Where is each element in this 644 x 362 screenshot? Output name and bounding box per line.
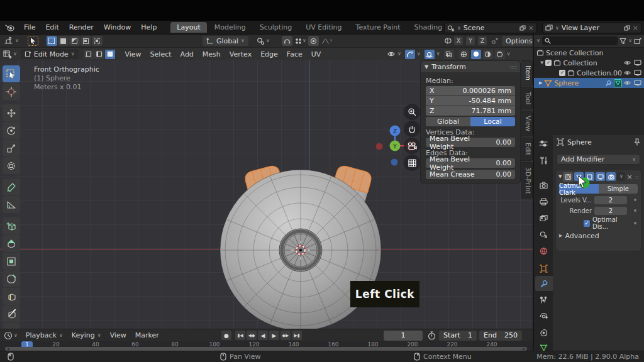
median-x-field[interactable]: X 0.000026 mm xyxy=(426,86,515,96)
toggle-orthographic-button[interactable] xyxy=(404,155,420,171)
overlays-toggle[interactable] xyxy=(425,50,435,59)
snap-magnet-toggle[interactable] xyxy=(282,36,292,46)
visibility-chevron-icon[interactable]: ∨ xyxy=(397,52,401,57)
auto-keying-stopwatch-icon[interactable] xyxy=(428,331,436,340)
mode-dropdown[interactable]: Edit Mode ∨ xyxy=(21,49,79,59)
advanced-row[interactable]: ▶ Advanced xyxy=(559,231,638,241)
tab-view-layer-properties[interactable] xyxy=(534,211,553,226)
proportional-editing-toggle[interactable] xyxy=(308,36,319,46)
optimal-display-checkbox[interactable]: ✓ xyxy=(584,220,590,227)
tool-loop-cut[interactable] xyxy=(3,288,20,305)
camera-view-button[interactable] xyxy=(404,138,420,154)
drag-dots-icon[interactable]: :: xyxy=(635,173,638,181)
tab-view[interactable]: View xyxy=(521,111,533,136)
decorator-dot[interactable] xyxy=(634,209,636,212)
select-mode-extend-button[interactable] xyxy=(58,36,69,46)
timeline-ruler[interactable]: 20 40 60 80 100 120 140 160 180 200 220 … xyxy=(0,341,533,351)
menu-view[interactable]: View xyxy=(121,50,146,58)
edge-bevel-weight-field[interactable]: Mean Bevel Weight 0.00 xyxy=(426,158,515,168)
editor-type-dropdown[interactable]: ∨ xyxy=(3,50,17,58)
display-mode-chevron-icon[interactable]: ∨ xyxy=(536,38,540,43)
menu-render[interactable]: Render xyxy=(64,23,99,31)
hide-eye-icon[interactable] xyxy=(624,80,632,86)
new-collection-icon[interactable] xyxy=(634,38,641,45)
simple-button[interactable]: Simple xyxy=(599,184,638,194)
decorator-dot[interactable] xyxy=(634,199,636,201)
gizmos-chevron-icon[interactable]: ∨ xyxy=(417,52,421,57)
xray-toggle[interactable] xyxy=(444,50,454,59)
mirror-x-button[interactable]: X xyxy=(454,36,463,45)
select-mode-new-button[interactable] xyxy=(47,36,57,46)
tab-edit[interactable]: Edit xyxy=(521,138,533,160)
menu-select[interactable]: Select xyxy=(146,50,176,58)
tab-particle-properties[interactable] xyxy=(534,292,553,307)
overlays-chevron-icon[interactable]: ∨ xyxy=(436,52,440,57)
tab-tool[interactable]: Tool xyxy=(521,87,533,109)
transform-panel-header[interactable]: ▼ Transform :::: xyxy=(421,61,520,72)
workspace-tab-shading[interactable]: Shading xyxy=(408,22,449,33)
tab-3d-print[interactable]: 3D-Print xyxy=(521,162,533,199)
pin-icon[interactable] xyxy=(634,138,640,146)
menu-edit[interactable]: Edit xyxy=(40,23,64,31)
outliner-row-sphere[interactable]: ▶ Sphere xyxy=(534,78,644,88)
extras-chevron-icon[interactable]: ∨ xyxy=(617,172,625,181)
tool-inset-faces[interactable] xyxy=(3,253,20,270)
hide-eye-icon[interactable] xyxy=(624,60,632,66)
play-button[interactable]: ▶ xyxy=(269,331,279,340)
median-y-field[interactable]: Y -50.484 mm xyxy=(426,96,515,106)
tool-transform[interactable] xyxy=(3,157,20,174)
unlink-icon[interactable]: × xyxy=(528,24,534,32)
active-tool-select-icon[interactable] xyxy=(28,36,38,46)
workspace-tab-modeling[interactable]: Modeling xyxy=(208,22,252,33)
current-frame-field[interactable]: 1 xyxy=(384,331,423,341)
tool-bevel[interactable] xyxy=(3,270,20,287)
tool-knife[interactable] xyxy=(3,305,20,322)
levels-viewport-field[interactable]: 2 xyxy=(594,196,627,204)
tool-select-box[interactable] xyxy=(3,65,20,82)
remove-icon[interactable]: × xyxy=(633,24,638,32)
workspace-tab-uv-editing[interactable]: UV Editing xyxy=(299,22,348,33)
shading-material-button[interactable] xyxy=(483,50,493,59)
zoom-view-button[interactable] xyxy=(404,104,420,120)
snap-to-dropdown[interactable]: ∨ xyxy=(295,38,306,45)
collection-checkbox[interactable]: ✓ xyxy=(545,60,552,66)
filter-icon[interactable] xyxy=(619,38,626,45)
outliner-row-collection-00[interactable]: ✓ Collection.00 xyxy=(534,68,644,78)
filter-chevron-icon[interactable]: ∨ xyxy=(628,38,632,43)
add-modifier-dropdown[interactable]: Add Modifier ∨ xyxy=(557,154,640,165)
select-mode-intersect-button[interactable] xyxy=(92,36,103,46)
disable-viewport-icon[interactable] xyxy=(634,80,641,86)
copy-icon[interactable] xyxy=(624,25,630,31)
start-frame-field[interactable]: Start 1 xyxy=(439,331,477,341)
menu-file[interactable]: File xyxy=(19,23,40,31)
collapse-triangle-icon[interactable]: ▼ xyxy=(558,174,562,179)
decorator-dot[interactable] xyxy=(634,222,636,224)
outliner-row-scene-collection[interactable]: Scene Collection xyxy=(534,48,644,58)
tool-rotate[interactable] xyxy=(3,122,20,139)
disclosure-triangle-icon[interactable]: ▼ xyxy=(540,60,543,65)
subsurf-modifier-icon[interactable] xyxy=(614,79,622,87)
menu-vertex[interactable]: Vertex xyxy=(225,50,256,58)
menu-keying[interactable]: Keying∨ xyxy=(67,331,106,339)
tool-measure[interactable] xyxy=(3,196,20,213)
disclosure-triangle-icon[interactable]: ▶ xyxy=(539,80,542,85)
view-layer-selector[interactable]: ∨ View Layer × xyxy=(542,23,641,33)
record-button[interactable]: ● xyxy=(221,331,231,340)
face-select-button[interactable] xyxy=(105,50,115,59)
workspace-tab-sculpting[interactable]: Sculpting xyxy=(253,22,298,33)
menu-marker[interactable]: Marker xyxy=(131,331,164,339)
menu-playback[interactable]: Playback∨ xyxy=(21,331,67,339)
tool-extrude-region[interactable] xyxy=(3,235,20,252)
tool-scale[interactable] xyxy=(3,140,20,156)
mean-crease-field[interactable]: Mean Crease 0.00 xyxy=(426,170,515,179)
local-button[interactable]: Local xyxy=(470,117,515,126)
workspace-tab-texture-paint[interactable]: Texture Paint xyxy=(350,22,407,33)
tab-item[interactable]: Item xyxy=(521,60,533,85)
shading-rendered-button[interactable] xyxy=(495,50,505,59)
tab-tool-properties[interactable] xyxy=(534,153,553,168)
timeline-editor-type-dropdown[interactable]: ∨ xyxy=(4,331,18,340)
edge-select-button[interactable] xyxy=(94,50,104,59)
fallback-tool-dropdown[interactable]: ∨ xyxy=(4,36,19,45)
menu-uv[interactable]: UV xyxy=(307,50,326,58)
shading-solid-button[interactable] xyxy=(471,50,481,59)
